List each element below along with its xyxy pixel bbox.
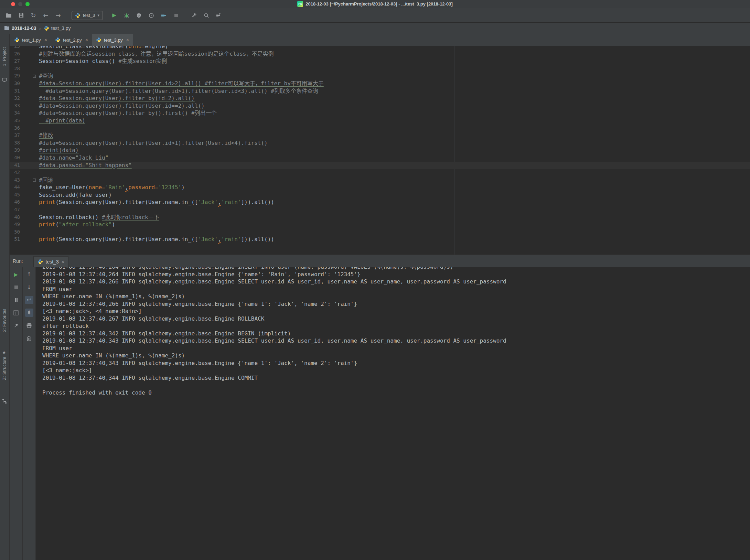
code-line-36[interactable]: 36 bbox=[10, 125, 750, 132]
editor-gutter: 43 bbox=[10, 176, 39, 184]
code-line-43[interactable]: 43#回滚 bbox=[10, 176, 750, 184]
code-line-46[interactable]: 46print(Session.query(User).filter(User.… bbox=[10, 198, 750, 206]
run-button[interactable]: ▶ bbox=[109, 11, 119, 20]
soft-wrap-button[interactable]: ↩ bbox=[25, 296, 33, 304]
code-line-25[interactable]: 25Session_class=sessionmaker(bind=engine… bbox=[10, 46, 750, 50]
editor-tab-test_2-py[interactable]: test_2.py× bbox=[51, 34, 92, 46]
code-text: #回滚 bbox=[39, 176, 53, 184]
coverage-button[interactable] bbox=[134, 11, 144, 20]
up-button[interactable]: ↑ bbox=[25, 270, 33, 279]
star-icon[interactable]: ★ bbox=[2, 349, 8, 355]
concurrency-button[interactable] bbox=[159, 11, 169, 20]
debug-button[interactable] bbox=[121, 11, 132, 20]
editor-tab-test_1-py[interactable]: test_1.py× bbox=[10, 34, 51, 46]
python-icon bbox=[14, 37, 20, 43]
back-button[interactable]: ← bbox=[41, 11, 51, 20]
code-line-32[interactable]: 32#data=Session.query(User).filter_by(id… bbox=[10, 95, 750, 102]
open-button[interactable] bbox=[3, 11, 14, 20]
restore-layout-button[interactable] bbox=[12, 309, 20, 317]
editor-gutter: 30 bbox=[10, 80, 39, 87]
stop-button[interactable] bbox=[171, 11, 181, 20]
editor-gutter: 29 bbox=[10, 72, 39, 80]
window-title: 2018-12-03 [~/PycharmProjects/2018-12-03… bbox=[306, 1, 452, 7]
search-button[interactable] bbox=[201, 11, 212, 20]
editor-gutter: 34 bbox=[10, 109, 39, 117]
code-line-49[interactable]: 49print("after rollback") bbox=[10, 221, 750, 228]
sidebar-item-structure[interactable]: Z: Structure bbox=[2, 357, 7, 380]
fold-column bbox=[20, 147, 39, 154]
code-line-34[interactable]: 34#data=Session.query(User).filter_by().… bbox=[10, 109, 750, 117]
fold-column bbox=[20, 176, 39, 184]
structure-icon[interactable] bbox=[2, 399, 8, 404]
code-line-29[interactable]: 29#查询 bbox=[10, 72, 750, 80]
tool-windows-button[interactable] bbox=[214, 11, 224, 20]
line-number: 50 bbox=[10, 228, 20, 236]
console-line: after rollback bbox=[42, 322, 750, 330]
breadcrumb-file[interactable]: test_3.py bbox=[44, 25, 71, 31]
rerun-button[interactable]: ▶ bbox=[12, 270, 20, 279]
stop-button[interactable] bbox=[12, 283, 20, 291]
fold-column bbox=[20, 139, 39, 147]
editor-gutter: 44 bbox=[10, 184, 39, 191]
pause-button[interactable] bbox=[12, 296, 20, 304]
close-tab-icon[interactable]: × bbox=[44, 37, 47, 43]
run-config-selector[interactable]: test_3 ▾ bbox=[72, 11, 103, 20]
close-tab-icon[interactable]: × bbox=[126, 37, 129, 43]
print-button[interactable] bbox=[25, 321, 33, 330]
line-number: 37 bbox=[10, 132, 20, 139]
code-line-44[interactable]: 44fake_user=User(name='Rain',password='1… bbox=[10, 184, 750, 191]
fold-marker-icon[interactable] bbox=[33, 75, 36, 78]
editor-gutter: 45 bbox=[10, 191, 39, 199]
run-config-name: test_3 bbox=[83, 13, 95, 18]
run-console[interactable]: 2019-01-08 12:37:40,264 INFO sqlalchemy.… bbox=[36, 267, 750, 560]
profiler-icon bbox=[149, 13, 154, 18]
code-line-50[interactable]: 50 bbox=[10, 228, 750, 236]
down-button[interactable]: ↓ bbox=[25, 283, 33, 291]
pin-button[interactable] bbox=[12, 321, 20, 330]
code-editor[interactable]: 25Session_class=sessionmaker(bind=engine… bbox=[10, 46, 750, 255]
code-line-35[interactable]: 35 #print(data) bbox=[10, 117, 750, 125]
fold-column bbox=[20, 125, 39, 132]
close-tab-icon[interactable]: × bbox=[85, 37, 88, 43]
save-button[interactable] bbox=[16, 11, 26, 20]
fold-marker-icon[interactable] bbox=[33, 179, 36, 182]
run-tab[interactable]: test_3 × bbox=[33, 256, 68, 267]
scroll-end-button[interactable]: ⇟ bbox=[25, 309, 33, 317]
code-line-39[interactable]: 39#print(data) bbox=[10, 147, 750, 154]
code-line-48[interactable]: 48Session.rollback() #此时你rollback一下 bbox=[10, 214, 750, 221]
settings-button[interactable] bbox=[189, 11, 199, 20]
minimize-window-button[interactable] bbox=[18, 2, 22, 6]
code-text: #创建与数据库的会话session_class，注意，这里返回给session的… bbox=[39, 50, 274, 58]
code-line-26[interactable]: 26#创建与数据库的会话session_class，注意，这里返回给sessio… bbox=[10, 50, 750, 58]
clear-button[interactable] bbox=[25, 334, 33, 342]
close-run-tab-icon[interactable]: × bbox=[62, 259, 64, 265]
code-line-51[interactable]: 51print(Session.query(User).filter(User.… bbox=[10, 236, 750, 243]
profiler-button[interactable] bbox=[146, 11, 157, 20]
code-line-31[interactable]: 31 #data=Session.query(User).filter(User… bbox=[10, 87, 750, 95]
code-line-27[interactable]: 27Session=Session_class() #生成session实例 bbox=[10, 57, 750, 65]
code-line-33[interactable]: 33#data=Session.query(User).filter(User.… bbox=[10, 102, 750, 110]
code-line-41[interactable]: 41#data.passwod="Shit_happens" bbox=[10, 162, 750, 169]
code-line-47[interactable]: 47 bbox=[10, 206, 750, 214]
forward-button[interactable]: → bbox=[53, 11, 63, 20]
project-icon[interactable] bbox=[2, 77, 8, 83]
code-line-45[interactable]: 45Session.add(fake_user) bbox=[10, 191, 750, 199]
code-line-40[interactable]: 40#data.name="Jack_Liu" bbox=[10, 154, 750, 162]
editor-tab-test_3-py[interactable]: test_3.py× bbox=[92, 34, 133, 46]
python-icon bbox=[44, 25, 49, 31]
code-line-38[interactable]: 38#data=Session.query(User).filter(User.… bbox=[10, 139, 750, 147]
code-text: fake_user=User(name='Rain',password='123… bbox=[39, 184, 185, 191]
close-window-button[interactable] bbox=[11, 2, 15, 6]
code-line-30[interactable]: 30#data=Session.query(User).filter(User.… bbox=[10, 80, 750, 87]
zoom-window-button[interactable] bbox=[25, 2, 30, 6]
code-line-28[interactable]: 28 bbox=[10, 65, 750, 73]
sync-button[interactable]: ↻ bbox=[28, 11, 39, 20]
sidebar-item-project[interactable]: 1: Project bbox=[2, 47, 7, 66]
left-tool-stripe: 1: Project 2: Favorites ★ Z: Structure bbox=[0, 34, 10, 560]
sidebar-item-favorites[interactable]: 2: Favorites bbox=[2, 309, 7, 332]
code-text: #print(data) bbox=[39, 117, 85, 125]
code-line-37[interactable]: 37#修改 bbox=[10, 132, 750, 139]
breadcrumb-project[interactable]: 2018-12-03 bbox=[4, 25, 36, 31]
python-icon bbox=[38, 259, 43, 265]
code-line-42[interactable]: 42 bbox=[10, 169, 750, 176]
